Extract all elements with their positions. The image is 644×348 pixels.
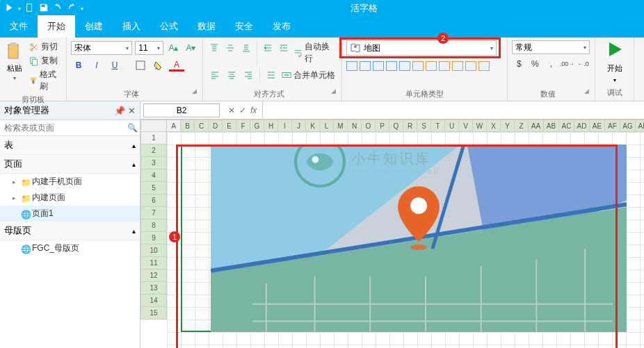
row-header[interactable]: 10 xyxy=(140,245,167,257)
align-top-icon[interactable] xyxy=(207,40,222,56)
row-header[interactable]: 11 xyxy=(140,257,167,270)
col-header[interactable]: P xyxy=(376,119,389,132)
number-dialog-launcher[interactable]: ◢ xyxy=(584,88,590,99)
section-tables[interactable]: 表▴ xyxy=(0,136,140,155)
row-header[interactable]: 14 xyxy=(140,295,167,307)
tab-data[interactable]: 数据 xyxy=(188,15,225,38)
col-header[interactable]: K xyxy=(306,119,320,132)
paste-label[interactable]: 粘贴 xyxy=(7,63,22,74)
increase-decimal-icon[interactable]: .00→ xyxy=(560,56,575,72)
new-file-icon[interactable] xyxy=(25,3,35,15)
col-header[interactable]: I xyxy=(278,119,292,132)
section-pages[interactable]: 页面▴ xyxy=(0,155,140,174)
grid[interactable]: ABCDEFGHIJKLMNOPQRSTUVWXYZAAABACADAEAFAG… xyxy=(140,119,644,348)
border-button[interactable] xyxy=(133,58,148,73)
section-master[interactable]: 母版页▴ xyxy=(0,222,140,240)
celltype-combo[interactable]: 地图▾ xyxy=(346,40,497,56)
pin-icon[interactable]: 📌 xyxy=(114,106,125,116)
col-header[interactable]: AC xyxy=(559,119,574,132)
col-header[interactable]: Q xyxy=(389,119,403,132)
align-right-icon[interactable] xyxy=(241,67,256,83)
col-header[interactable]: AH xyxy=(636,119,644,132)
decrease-font-icon[interactable]: A▾ xyxy=(184,40,198,56)
align-middle-icon[interactable] xyxy=(223,40,238,56)
redo-icon[interactable] xyxy=(67,3,77,15)
search-input[interactable] xyxy=(0,120,124,135)
fill-color-button[interactable] xyxy=(151,58,166,73)
col-header[interactable]: M xyxy=(334,119,348,132)
col-header[interactable]: F xyxy=(236,119,250,132)
italic-button[interactable]: I xyxy=(89,58,104,73)
tab-insert[interactable]: 插入 xyxy=(113,15,150,38)
indent-increase-icon[interactable] xyxy=(276,40,291,56)
tab-security[interactable]: 安全 xyxy=(225,15,263,38)
col-header[interactable]: X xyxy=(487,119,501,132)
chevron-down-icon[interactable]: ▾ xyxy=(18,6,21,12)
col-header[interactable]: U xyxy=(445,119,459,132)
col-header[interactable]: B xyxy=(181,119,195,132)
formula-input[interactable] xyxy=(262,101,644,119)
row-header[interactable]: 6 xyxy=(140,194,167,207)
wrap-text-button[interactable]: 自动换行 xyxy=(292,40,337,65)
tab-formula[interactable]: 公式 xyxy=(150,15,188,38)
decrease-decimal-icon[interactable]: ←.0 xyxy=(576,56,590,72)
copy-button[interactable]: 复制 xyxy=(28,54,62,67)
cancel-formula-icon[interactable]: ✕ xyxy=(228,106,235,115)
align-bottom-icon[interactable] xyxy=(239,40,253,56)
col-header[interactable]: G xyxy=(250,119,264,132)
rotate-text-icon[interactable] xyxy=(264,67,279,83)
col-header[interactable]: O xyxy=(362,119,376,132)
row-header[interactable]: 2 xyxy=(140,144,167,157)
merge-cells-button[interactable]: 合并单元格 xyxy=(280,67,337,83)
col-header[interactable]: Z xyxy=(515,119,529,132)
col-header[interactable]: J xyxy=(292,119,306,132)
font-dialog-launcher[interactable]: ◢ xyxy=(192,88,198,99)
page-item-builtin[interactable]: ▸📁内建页面 xyxy=(0,190,140,206)
col-header[interactable]: AD xyxy=(574,119,590,132)
cut-button[interactable]: 剪切 xyxy=(28,40,62,53)
col-header[interactable]: AE xyxy=(590,119,605,132)
row-header[interactable]: 3 xyxy=(140,157,167,169)
col-header[interactable]: E xyxy=(223,119,236,132)
col-header[interactable]: L xyxy=(320,119,334,132)
close-panel-icon[interactable]: ✕ xyxy=(128,106,136,116)
comma-icon[interactable]: , xyxy=(544,56,558,72)
undo-icon[interactable] xyxy=(53,3,63,15)
page-item-page1[interactable]: 🌐页面1 xyxy=(0,206,140,222)
col-header[interactable]: D xyxy=(209,119,223,132)
align-dialog-launcher[interactable]: ◢ xyxy=(331,88,337,99)
col-header[interactable]: AG xyxy=(620,119,636,132)
col-header[interactable]: S xyxy=(417,119,431,132)
tab-create[interactable]: 创建 xyxy=(75,15,113,38)
indent-decrease-icon[interactable] xyxy=(261,40,275,56)
underline-button[interactable]: U xyxy=(107,58,122,73)
row-header[interactable]: 12 xyxy=(140,270,167,282)
name-box[interactable]: B2 xyxy=(143,103,220,117)
row-header[interactable]: 1 xyxy=(140,132,167,144)
run-start-label[interactable]: 开始 xyxy=(607,63,622,74)
confirm-formula-icon[interactable]: ✓ xyxy=(239,106,246,115)
font-family-combo[interactable]: 宋体▾ xyxy=(71,41,132,55)
col-header[interactable]: T xyxy=(431,119,445,132)
font-color-button[interactable]: A xyxy=(169,59,184,72)
align-left-icon[interactable] xyxy=(207,67,223,83)
row-header[interactable]: 5 xyxy=(140,182,167,194)
align-center-icon[interactable] xyxy=(224,67,239,83)
run-start-icon[interactable] xyxy=(606,40,624,60)
col-header[interactable]: W xyxy=(473,119,487,132)
paste-icon[interactable] xyxy=(7,42,22,62)
bold-button[interactable]: B xyxy=(71,58,86,73)
currency-icon[interactable]: $ xyxy=(512,56,526,72)
col-header[interactable]: Y xyxy=(501,119,515,132)
col-header[interactable]: AA xyxy=(529,119,544,132)
row-header[interactable]: 4 xyxy=(140,169,167,182)
font-size-combo[interactable]: 11▾ xyxy=(135,41,163,55)
col-header[interactable]: C xyxy=(195,119,209,132)
col-header[interactable]: AB xyxy=(544,119,559,132)
col-header[interactable]: A xyxy=(167,119,181,132)
format-painter-button[interactable]: 格式刷 xyxy=(28,68,62,93)
row-header[interactable]: 7 xyxy=(140,207,167,219)
row-header[interactable]: 15 xyxy=(140,307,167,320)
increase-font-icon[interactable]: A▴ xyxy=(166,40,181,56)
celltype-gallery[interactable] xyxy=(346,61,503,71)
